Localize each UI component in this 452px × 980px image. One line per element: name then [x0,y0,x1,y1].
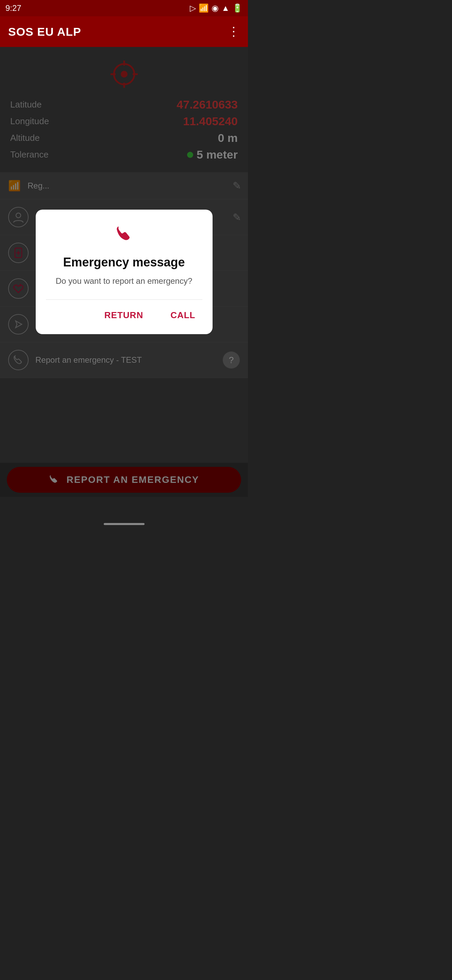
modal-overlay: Emergency message Do you want to report … [0,47,248,497]
status-time: 9:27 [5,3,21,13]
status-bar: 9:27 ▷ 📶 ◉ ▲ 🔋 [0,0,248,16]
nav-bar [0,517,248,531]
app-title: SOS EU ALP [8,25,81,38]
location-status-icon: ◉ [211,3,219,13]
main-content: Latitude 47.2610633 Longitude 11.405240 … [0,47,248,497]
modal-divider [46,299,202,300]
battery-icon: 🔋 [232,3,243,13]
status-icons: ▷ 📶 ◉ ▲ 🔋 [190,3,243,13]
nav-pill [104,523,144,525]
wifi-status-icon: ▲ [221,3,230,13]
modal-buttons: RETURN CALL [46,307,202,324]
call-button[interactable]: CALL [163,307,202,324]
emergency-message-dialog: Emergency message Do you want to report … [36,210,213,334]
overflow-menu-button[interactable]: ⋮ [228,24,240,39]
play-icon: ▷ [190,3,196,13]
modal-message: Do you want to report an emergency? [56,276,192,286]
modal-phone-icon [114,223,134,248]
app-bar: SOS EU ALP ⋮ [0,16,248,47]
return-button[interactable]: RETURN [98,307,150,324]
modal-title: Emergency message [63,255,185,269]
signal-icon: 📶 [198,3,209,13]
